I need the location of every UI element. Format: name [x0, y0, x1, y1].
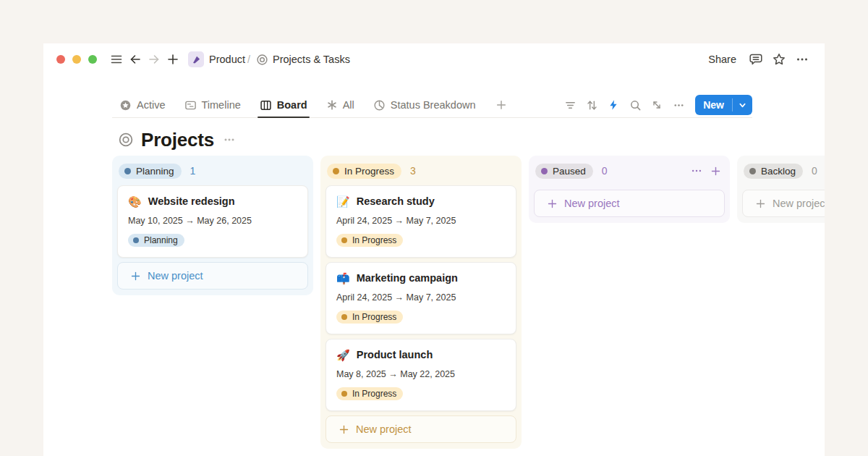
breadcrumb-workspace[interactable]: Product: [209, 54, 245, 65]
arrow-left-icon: [129, 53, 142, 66]
comments-button[interactable]: [746, 49, 765, 69]
new-dropdown-button[interactable]: [733, 95, 752, 115]
search-icon: [629, 99, 642, 111]
project-card[interactable]: 🚀 Product launch May 8, 2025 → May 22, 2…: [326, 339, 516, 411]
tab-board[interactable]: Board: [260, 93, 307, 117]
expand-button[interactable]: [647, 96, 666, 114]
project-dates: May 10, 2025 → May 26, 2025: [128, 216, 297, 226]
project-card[interactable]: 🎨 Website redesign May 10, 2025 → May 26…: [117, 185, 308, 258]
breadcrumb-page[interactable]: Projects & Tasks: [273, 54, 350, 65]
column-more-button[interactable]: [689, 163, 705, 179]
column-status-pill[interactable]: Planning: [119, 164, 182, 179]
notion-mark-icon: [192, 55, 201, 64]
page-title: Projects: [141, 129, 214, 151]
new-button[interactable]: New: [695, 95, 752, 115]
column-status-pill[interactable]: In Progress: [327, 164, 401, 179]
column-count: 0: [602, 165, 608, 177]
window-controls: [56, 55, 97, 64]
view-tabs: Active Timeline Board All Status Breakdo…: [112, 93, 507, 117]
view-tab-label: Timeline: [202, 99, 241, 111]
new-button-label[interactable]: New: [695, 95, 732, 115]
project-card[interactable]: 📝 Research study April 24, 2025 → May 7,…: [326, 185, 516, 258]
project-card-header: 🎨 Website redesign: [128, 195, 297, 207]
new-project-button[interactable]: New project: [326, 415, 516, 443]
favorite-button[interactable]: [770, 49, 788, 69]
forward-button[interactable]: [145, 49, 163, 69]
board-column-planning: Planning 1 🎨 Website redesign May 10, 20…: [112, 156, 313, 295]
view-actions: New: [561, 95, 752, 115]
new-project-button[interactable]: New project: [742, 190, 825, 217]
project-card[interactable]: 📫 Marketing campaign April 24, 2025 → Ma…: [326, 262, 516, 334]
tab-all[interactable]: All: [326, 93, 354, 117]
project-emoji-icon: 🎨: [128, 196, 142, 207]
project-status-label: In Progress: [352, 235, 396, 245]
project-title: Product launch: [357, 349, 433, 360]
star-icon: [772, 52, 786, 67]
automations-button[interactable]: [604, 96, 623, 114]
back-button[interactable]: [126, 49, 145, 69]
project-card-header: 🚀 Product launch: [336, 349, 506, 360]
status-dot-icon: [124, 168, 131, 174]
chevron-down-icon: [739, 101, 746, 109]
project-dates: April 24, 2025 → May 7, 2025: [336, 216, 506, 226]
column-header: Backlog 0: [742, 160, 825, 182]
view-tabbar: Active Timeline Board All Status Breakdo…: [112, 93, 752, 118]
page-target-icon: [256, 54, 268, 66]
column-add-button[interactable]: [707, 163, 723, 179]
project-emoji-icon: 📫: [336, 273, 350, 284]
new-project-button[interactable]: New project: [117, 262, 308, 290]
column-status-label: Paused: [553, 166, 586, 177]
column-header: Paused 0: [534, 160, 725, 182]
breadcrumb-separator: /: [247, 54, 250, 65]
new-project-label: New project: [773, 198, 825, 209]
project-emoji-icon: 🚀: [336, 350, 350, 360]
topbar-actions: Share: [702, 49, 812, 69]
project-status-pill: In Progress: [336, 387, 403, 400]
share-button[interactable]: Share: [702, 54, 742, 65]
project-card-header: 📫 Marketing campaign: [336, 272, 506, 284]
project-emoji-icon: 📝: [336, 196, 350, 207]
target-icon: [118, 132, 134, 148]
new-page-button[interactable]: [163, 49, 182, 69]
new-project-label: New project: [356, 423, 412, 435]
new-project-label: New project: [148, 270, 203, 282]
title-more-button[interactable]: [223, 133, 236, 146]
ellipsis-icon: [691, 165, 702, 177]
status-dot-icon: [341, 314, 347, 320]
board-column-paused: Paused 0 New project: [529, 156, 730, 223]
zoom-window-button[interactable]: [88, 55, 97, 64]
new-project-label: New project: [564, 198, 620, 209]
lightning-icon: [608, 99, 619, 111]
column-cards: 🎨 Website redesign May 10, 2025 → May 26…: [117, 185, 308, 258]
column-cards: 📝 Research study April 24, 2025 → May 7,…: [326, 185, 516, 411]
workspace-icon[interactable]: [188, 51, 204, 67]
search-button[interactable]: [626, 96, 644, 114]
tab-timeline[interactable]: Timeline: [184, 93, 241, 117]
column-status-pill[interactable]: Paused: [535, 164, 593, 179]
project-title: Marketing campaign: [357, 272, 458, 284]
more-options-button[interactable]: [793, 49, 812, 69]
status-dot-icon: [341, 391, 347, 397]
sort-icon: [586, 99, 598, 111]
view-tab-icon: [373, 99, 386, 111]
view-options-button[interactable]: [669, 96, 688, 114]
close-window-button[interactable]: [56, 55, 65, 64]
view-tab-label: Active: [137, 99, 166, 111]
filter-button[interactable]: [561, 96, 579, 114]
project-status-pill: In Progress: [336, 234, 403, 247]
sidebar-menu-button[interactable]: [107, 49, 126, 69]
column-status-pill[interactable]: Backlog: [744, 164, 803, 179]
project-status-pill: Planning: [128, 234, 184, 247]
status-dot-icon: [133, 237, 139, 243]
add-view-button[interactable]: [495, 93, 507, 117]
tab-status-breakdown[interactable]: Status Breakdown: [373, 93, 476, 117]
minimize-window-button[interactable]: [72, 55, 81, 64]
view-tab-icon: [260, 99, 272, 111]
status-dot-icon: [749, 168, 756, 174]
board-column-backlog: Backlog 0 New project: [737, 156, 825, 223]
tab-active[interactable]: Active: [119, 93, 166, 117]
new-project-button[interactable]: New project: [534, 190, 725, 217]
sort-button[interactable]: [582, 96, 601, 114]
expand-diagonal-icon: [651, 99, 663, 111]
project-title: Website redesign: [148, 195, 235, 207]
